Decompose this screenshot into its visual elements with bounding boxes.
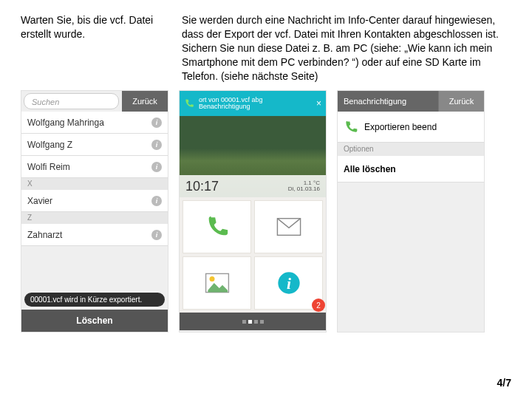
phone-icon [184,98,194,109]
picture-icon [205,273,230,293]
caption-right: Sie werden durch eine Nachricht im Info-… [182,13,511,83]
contact-row[interactable]: Wolfgang Zi [21,134,168,156]
tile-info[interactable]: i 2 [254,256,323,310]
svg-text:i: i [287,275,291,293]
clear-all-button[interactable]: Alle löschen [338,156,484,183]
badge-count: 2 [312,299,325,312]
section-header: Z [21,212,168,224]
contact-row[interactable]: Zahnarzti [21,224,168,246]
screenshot-notifications: Benachrichtigung Zurück Exportieren been… [337,90,485,332]
search-input[interactable]: Suchen [24,93,119,109]
page-indicator [180,313,326,330]
contact-row[interactable]: Wolfgang Mahringai [21,112,168,134]
info-icon[interactable]: i [151,230,162,240]
info-icon[interactable]: i [151,117,162,128]
info-icon[interactable]: i [151,196,162,206]
screen-title: Benachrichtigung [338,91,438,112]
weather: 1.1 °CDi, 01.03.16 [288,180,320,194]
wallpaper: 10:17 1.1 °CDi, 01.03.16 [180,116,326,197]
notification-item[interactable]: Exportieren beend [338,112,484,143]
svg-point-2 [209,276,214,282]
page-number: 4/7 [497,377,511,389]
info-icon: i [277,271,301,295]
tile-phone[interactable] [183,200,251,253]
delete-button[interactable]: Löschen [21,310,168,332]
contact-row[interactable]: Wolfi Reimi [21,156,168,178]
caption-left: Warten Sie, bis die vcf. Datei erstellt … [21,13,168,41]
info-icon[interactable]: i [151,140,162,150]
contact-row[interactable]: Xavieri [21,190,168,212]
back-button[interactable]: Zurück [122,91,168,112]
screenshot-home: ort von 00001.vcf abgBenachrichtigung × … [179,90,327,332]
close-icon[interactable]: × [316,98,321,109]
screenshot-contacts: Suchen Zurück Wolfgang Mahringai Wolfgan… [21,90,168,332]
phone-icon [205,214,230,239]
phone-icon [344,120,358,134]
notification-banner[interactable]: ort von 00001.vcf abgBenachrichtigung × [180,91,326,116]
section-header: X [21,178,168,190]
envelope-icon [276,217,301,236]
options-label: Optionen [338,143,484,156]
tile-gallery[interactable] [183,256,251,310]
toast-message: 00001.vcf wird in Kürze exportiert. [24,293,165,307]
clock: 10:17 [185,179,219,194]
back-button[interactable]: Zurück [438,91,484,112]
tile-mail[interactable] [254,200,323,253]
info-icon[interactable]: i [151,162,162,172]
